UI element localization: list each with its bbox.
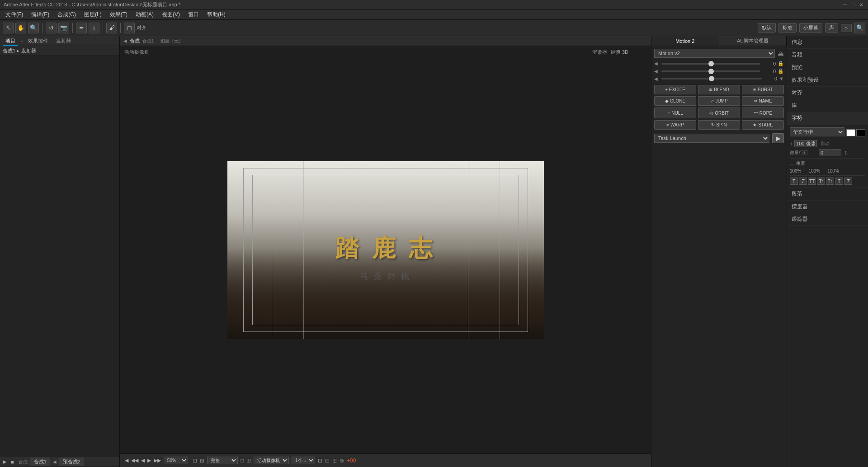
menu-animation[interactable]: 动画(A) [132,10,157,19]
text-color-swatch[interactable] [846,129,855,136]
btn-burst[interactable]: ✳ BURST [742,85,784,94]
menu-effects[interactable]: 效果(T) [106,10,131,19]
grid2-icon[interactable]: ⊞ [332,458,337,464]
prop-audio[interactable]: 音频 [787,49,868,61]
comp-tab-1[interactable]: 合成1 [30,458,50,466]
quality-select[interactable]: 完整 半分之一 [207,457,238,464]
tab-effects[interactable]: 效果控件 [25,37,51,45]
prop-pendulum[interactable]: 摆度器 [787,201,868,213]
style-bold-T[interactable]: T [790,177,798,185]
menu-layer[interactable]: 图层(L) [80,10,105,19]
btn-clone[interactable]: ◆ CLONE [654,96,696,106]
style-T-sub[interactable]: T [835,177,843,185]
slider-down-icon[interactable]: ▼ [779,76,784,81]
snap-icon[interactable]: ⊡ [318,458,322,464]
play-btn[interactable]: ▶ [147,458,151,463]
menu-help[interactable]: 帮助(H) [203,10,229,19]
prop-library[interactable]: 库 [787,99,868,112]
channel-icon[interactable]: ⊛ [340,458,344,464]
btn-orbit[interactable]: ◎ ORBIT [698,107,740,118]
play-prev-frame[interactable]: ◀◀ [131,458,138,463]
nav-back[interactable]: ◀ [123,38,127,43]
menu-view[interactable]: 视图(V) [158,10,184,19]
arrow-nav[interactable]: ◀ [53,459,57,464]
slider-lock-1[interactable]: 🔒 [778,61,784,66]
prop-info[interactable]: 信息 [787,36,868,49]
task-play-button[interactable]: ▶ [772,133,784,143]
menu-compose[interactable]: 合成(C) [54,10,80,19]
slider-thumb-1[interactable] [708,61,714,66]
tool-hand[interactable]: ✋ [15,23,26,33]
btn-name[interactable]: ✏ NAME [742,96,784,106]
style-Tr[interactable]: Tr [817,177,825,185]
tool-brush[interactable]: 🖌 [106,23,117,33]
tab-project[interactable]: 项目 [3,37,18,46]
tracking-input[interactable] [819,149,841,156]
tool-shape[interactable]: ◻ [124,23,135,33]
workspace-library[interactable]: 库 [825,23,838,33]
camera-select[interactable]: 活动摄像机 [254,457,289,464]
font-family-select[interactable]: 华文行楷 [790,127,844,136]
tab-emitter[interactable]: 发射器 [53,37,74,45]
workspace-small[interactable]: 小屏幕 [799,23,822,33]
search-btn[interactable]: 🔍 [854,23,865,33]
task-select[interactable]: Task Launch [654,134,769,143]
btn-rope[interactable]: 〜 ROPE [742,107,784,118]
style-italic-T[interactable]: T [799,177,807,185]
slider-thumb-3[interactable] [709,76,714,81]
btn-warp[interactable]: ≈ WARP [654,120,696,130]
minimize-button[interactable]: ─ [842,2,848,8]
count-select[interactable]: 1个... [292,457,315,464]
slider-2-left[interactable]: ◀ [654,69,660,74]
btn-null[interactable]: ○ NULL [654,107,696,118]
tool-pen[interactable]: ✒ [76,23,87,33]
slider-1-left[interactable]: ◀ [654,61,660,66]
menu-window[interactable]: 窗口 [184,10,203,19]
prop-tracker[interactable]: 跟踪器 [787,213,868,226]
menu-file[interactable]: 文件(F) [2,10,27,19]
motion-version-select[interactable]: Motion v2 [654,49,775,58]
btn-blend[interactable]: ≋ BLEND [698,85,740,94]
tool-rotate[interactable]: ↺ [46,23,57,33]
play-prev[interactable]: ◀ [141,458,145,463]
tool-zoom[interactable]: 🔍 [28,23,39,33]
tool-text[interactable]: T [89,23,99,33]
prop-effects[interactable]: 效果和预设 [787,74,868,87]
slider-3-left[interactable]: ◀ [654,76,660,81]
prop-paragraph[interactable]: 段落 [787,188,868,201]
exposure-icon[interactable]: +00 [347,458,356,464]
style-T-italic2[interactable]: T [844,177,852,185]
window-controls[interactable]: ─ □ ✕ [842,2,864,8]
prop-preview[interactable]: 预览 [787,61,868,74]
text-stroke-swatch[interactable] [856,129,865,136]
prop-character[interactable]: 字符 [787,112,868,125]
safe-icon[interactable]: ⊟ [325,458,330,464]
font-size-input[interactable] [794,140,817,147]
slider-thumb-2[interactable] [708,69,714,74]
ratio-icon[interactable]: ⊞ [200,458,204,464]
play-next[interactable]: ▶▶ [154,458,161,463]
tool-select[interactable]: ↖ [3,23,14,33]
style-TT[interactable]: TT [808,177,816,185]
comp-tab-pre[interactable]: 预合成2 [59,458,84,466]
grid-icon[interactable]: ⊞ [246,458,251,464]
mask-icon[interactable]: □ [241,458,244,464]
slider-lock-2[interactable]: 🔒 [778,68,784,74]
tab-motion2[interactable]: Motion 2 [651,36,719,46]
fit-icon[interactable]: ⊡ [193,458,197,464]
maximize-button[interactable]: □ [850,2,856,8]
workspace-standard[interactable]: 标准 [778,23,797,33]
tab-ae-manager[interactable]: AE脚本管理器 [719,36,787,46]
btn-jump[interactable]: ↗ JUMP [698,96,740,106]
slider-track-3[interactable] [661,78,762,79]
style-T-sup[interactable]: T↑ [826,177,834,185]
tool-camera[interactable]: 📷 [58,23,69,33]
slider-track-2[interactable] [661,70,760,72]
btn-stare[interactable]: ★ STARE [742,120,784,130]
play-first[interactable]: |◀ [123,458,128,463]
btn-excite[interactable]: + EXCITE [654,85,696,94]
workspace-default[interactable]: 默认 [758,23,776,33]
close-button[interactable]: ✕ [858,2,864,8]
zoom-select[interactable]: 50% 100% 25% [164,457,188,464]
workspace-more[interactable]: » [841,24,852,32]
